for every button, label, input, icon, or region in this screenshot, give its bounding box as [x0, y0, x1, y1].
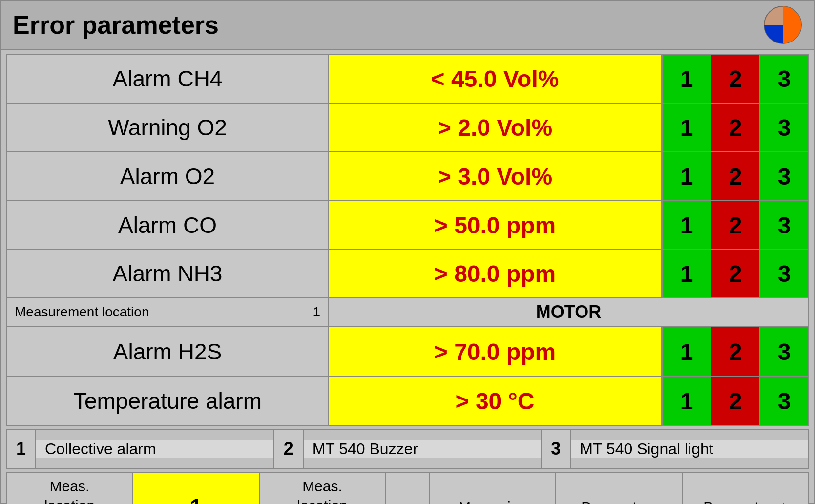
indicator-group-warning-o2: 1 2 3 — [662, 104, 808, 151]
alarm-value-ch4: < 45.0 Vol% — [329, 55, 662, 103]
indicator-group-nh3: 1 2 3 — [662, 250, 808, 297]
indicator-co-1[interactable]: 1 — [662, 201, 711, 249]
alarm-row-o2: Alarm O2 > 3.0 Vol% 1 2 3 — [6, 151, 809, 200]
nav-parameters-plus[interactable]: Parameters+ — [683, 473, 808, 504]
nav-parameters[interactable]: Parameters — [556, 473, 683, 504]
alarm-value-nh3: > 80.0 ppm — [329, 250, 662, 297]
alarm-row-warning-o2: Warning O2 > 2.0 Vol% 1 2 3 — [6, 103, 809, 151]
legend-num-3: 3 — [542, 430, 571, 468]
indicator-ch4-1[interactable]: 1 — [662, 55, 711, 103]
top-alarm-section: Alarm CH4 < 45.0 Vol% 1 2 3 — [6, 54, 809, 298]
indicator-group-temp: 1 2 3 — [662, 377, 808, 425]
indicator-o2-3[interactable]: 3 — [759, 152, 808, 200]
alarm-value-warning-o2: > 2.0 Vol% — [329, 104, 662, 151]
legend-item-3: 3 MT 540 Signal light — [542, 430, 808, 468]
alarm-label-o2: Alarm O2 — [7, 152, 329, 200]
alarm-row-h2s: Alarm H2S > 70.0 ppm 1 2 3 — [7, 327, 808, 376]
page-title: Error parameters — [13, 10, 219, 40]
indicator-wo2-1[interactable]: 1 — [662, 104, 711, 151]
header: Error parameters — [1, 1, 814, 50]
meas-loc-label: Measurement location 1 — [7, 298, 329, 326]
measurement-location-row: Measurement location 1 MOTOR — [6, 298, 809, 327]
legend-text-1: Collective alarm — [36, 440, 273, 458]
indicator-h2s-2[interactable]: 2 — [711, 327, 759, 376]
alarm-label-nh3: Alarm NH3 — [7, 250, 329, 297]
indicator-ch4-3[interactable]: 3 — [759, 55, 808, 103]
indicator-h2s-3[interactable]: 3 — [759, 327, 808, 376]
indicator-group-o2: 1 2 3 — [662, 152, 808, 200]
bottom-alarm-section: Alarm H2S > 70.0 ppm 1 2 3 — [6, 327, 809, 426]
nav-measuring[interactable]: Measuring — [430, 473, 557, 504]
main-container: Error parameters Alarm CH4 < 45.0 Vol% — [0, 0, 815, 504]
indicator-o2-1[interactable]: 1 — [662, 152, 711, 200]
nav-meas-loc-num[interactable]: 1 — [133, 473, 260, 504]
indicator-nh3-3[interactable]: 3 — [759, 250, 808, 297]
alarm-row-nh3: Alarm NH3 > 80.0 ppm 1 2 3 — [6, 249, 809, 298]
nav-meas-loc-prev[interactable]: Meas. location << — [7, 473, 133, 504]
indicator-co-3[interactable]: 3 — [759, 201, 808, 249]
alarm-value-co: > 50.0 ppm — [329, 201, 662, 249]
indicator-h2s-1[interactable]: 1 — [662, 327, 711, 376]
indicator-ch4-2[interactable]: 2 — [711, 55, 759, 103]
alarm-value-o2: > 3.0 Vol% — [329, 152, 662, 200]
indicator-co-2[interactable]: 2 — [711, 201, 759, 249]
alarm-value-temp: > 30 °C — [329, 377, 662, 425]
indicator-group-ch4: 1 2 3 — [662, 55, 808, 103]
legend-text-2: MT 540 Buzzer — [304, 440, 541, 458]
alarm-row-ch4: Alarm CH4 < 45.0 Vol% 1 2 3 — [6, 54, 809, 103]
legend-row: 1 Collective alarm 2 MT 540 Buzzer 3 MT … — [6, 429, 809, 469]
legend-num-2: 2 — [274, 430, 304, 468]
alarm-label-temp: Temperature alarm — [7, 377, 329, 425]
legend-text-3: MT 540 Signal light — [571, 440, 808, 458]
indicator-wo2-3[interactable]: 3 — [759, 104, 808, 151]
alarm-label-h2s: Alarm H2S — [7, 327, 329, 376]
indicator-group-co: 1 2 3 — [662, 201, 808, 249]
nav-meas-loc-next[interactable]: Meas. location >> — [260, 473, 386, 504]
logo-icon — [763, 5, 802, 44]
indicator-nh3-2[interactable]: 2 — [711, 250, 759, 297]
table-area: Alarm CH4 < 45.0 Vol% 1 2 3 — [1, 50, 814, 504]
legend-item-1: 1 Collective alarm — [7, 430, 274, 468]
alarm-label-warning-o2: Warning O2 — [7, 104, 329, 151]
alarm-label-co: Alarm CO — [7, 201, 329, 249]
alarm-value-h2s: > 70.0 ppm — [329, 327, 662, 376]
indicator-temp-1[interactable]: 1 — [662, 377, 711, 425]
indicator-temp-2[interactable]: 2 — [711, 377, 759, 425]
indicator-nh3-1[interactable]: 1 — [662, 250, 711, 297]
nav-spacer — [386, 473, 430, 504]
legend-num-1: 1 — [7, 430, 36, 468]
footer-nav: Meas. location << 1 Meas. location >> Me… — [6, 472, 809, 504]
legend-item-2: 2 MT 540 Buzzer — [274, 430, 542, 468]
indicator-temp-3[interactable]: 3 — [759, 377, 808, 425]
indicator-group-h2s: 1 2 3 — [662, 327, 808, 376]
alarm-row-temp: Temperature alarm > 30 °C 1 2 3 — [7, 376, 808, 425]
alarm-row-co: Alarm CO > 50.0 ppm 1 2 3 — [6, 200, 809, 249]
meas-loc-value: MOTOR — [329, 298, 808, 326]
alarm-label-ch4: Alarm CH4 — [7, 55, 329, 103]
indicator-wo2-2[interactable]: 2 — [711, 104, 759, 151]
indicator-o2-2[interactable]: 2 — [711, 152, 759, 200]
